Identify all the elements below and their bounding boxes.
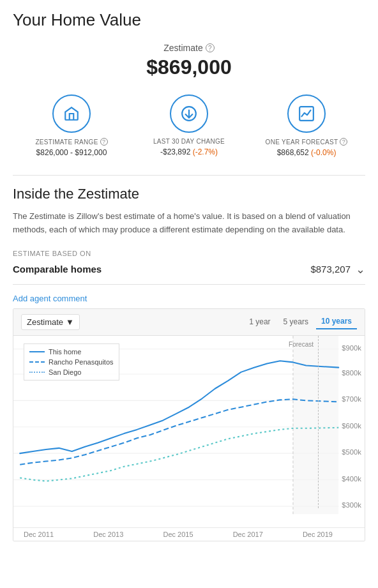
forecast-label: Forecast — [289, 341, 314, 348]
svg-rect-16 — [293, 336, 338, 514]
metric-one-year-forecast: ONE YEAR FORECAST ? $868,652 (-0.0%) — [248, 94, 365, 157]
chart-up-icon — [287, 94, 326, 133]
chart-container: Zestimate ▼ 1 year 5 years 10 years This… — [13, 308, 365, 541]
comparable-value: $873,207 — [310, 264, 351, 275]
metric-range-title: ZESTIMATE RANGE ? — [35, 138, 107, 146]
inside-title: Inside the Zestimate — [13, 186, 365, 202]
page-title: Your Home Value — [13, 10, 365, 30]
x-label-3: Dec 2017 — [233, 531, 263, 538]
chart-header: Zestimate ▼ 1 year 5 years 10 years — [13, 309, 365, 336]
time-btn-10years[interactable]: 10 years — [316, 314, 357, 329]
time-btn-5years[interactable]: 5 years — [278, 314, 314, 329]
legend-rancho: Rancho Penasquitos — [29, 358, 114, 366]
metric-30day-change: (-2.7%) — [193, 147, 218, 156]
metric-30day-value: -$23,892 (-2.7%) — [160, 147, 218, 156]
legend-line-solid — [29, 351, 45, 352]
chart-legend: This home Rancho Penasquitos San Diego — [24, 343, 119, 381]
dropdown-arrow-icon: ▼ — [66, 317, 74, 327]
legend-label-this-home: This home — [49, 348, 81, 356]
x-label-0: Dec 2011 — [24, 531, 54, 538]
metric-30day-change: LAST 30 DAY CHANGE -$23,892 (-2.7%) — [131, 94, 247, 156]
chart-area: This home Rancho Penasquitos San Diego F… — [13, 336, 365, 527]
metric-zestimate-range: ZESTIMATE RANGE ? $826,000 - $912,000 — [13, 94, 130, 157]
svg-text:$400k: $400k — [342, 474, 361, 482]
zestimate-info-icon[interactable]: ? — [206, 43, 215, 52]
down-arrow-icon — [170, 94, 208, 133]
inside-description: The Zestimate is Zillow's best estimate … — [13, 210, 365, 237]
comparable-value-group: $873,207 ⌄ — [310, 262, 365, 276]
svg-text:$300k: $300k — [342, 501, 361, 508]
metric-forecast-title: ONE YEAR FORECAST ? — [266, 138, 348, 146]
metric-30day-title: LAST 30 DAY CHANGE — [153, 138, 225, 145]
metric-range-value: $826,000 - $912,000 — [36, 148, 107, 157]
time-btn-1year[interactable]: 1 year — [244, 314, 275, 329]
metric-forecast-change: (-0.0%) — [311, 148, 336, 157]
forecast-line — [318, 336, 319, 508]
zestimate-section: Zestimate ? $869,000 — [13, 43, 365, 79]
forecast-info-icon[interactable]: ? — [340, 138, 347, 146]
svg-text:$800k: $800k — [342, 369, 361, 377]
svg-text:$600k: $600k — [342, 421, 361, 429]
estimate-based-label: ESTIMATE BASED ON — [13, 250, 365, 257]
metrics-row: ZESTIMATE RANGE ? $826,000 - $912,000 LA… — [13, 94, 365, 157]
add-agent-comment-link[interactable]: Add agent comment — [13, 294, 365, 303]
chevron-down-icon: ⌄ — [356, 262, 365, 276]
comparable-row[interactable]: Comparable homes $873,207 ⌄ — [13, 262, 365, 285]
dropdown-label: Zestimate — [27, 317, 63, 327]
legend-label-sandiego: San Diego — [49, 368, 81, 376]
time-filters: 1 year 5 years 10 years — [244, 314, 357, 329]
divider-1 — [13, 175, 365, 176]
home-icon — [52, 94, 91, 133]
x-label-2: Dec 2015 — [163, 531, 193, 538]
comparable-label: Comparable homes — [13, 264, 102, 275]
x-label-4: Dec 2019 — [303, 531, 333, 538]
svg-text:$900k: $900k — [342, 343, 361, 351]
legend-this-home: This home — [29, 348, 114, 356]
metric-forecast-value: $868,652 (-0.0%) — [277, 148, 336, 157]
legend-sandiego: San Diego — [29, 368, 114, 376]
legend-line-dashed — [29, 361, 45, 363]
x-axis-labels: Dec 2011 Dec 2013 Dec 2015 Dec 2017 Dec … — [13, 527, 365, 541]
x-label-1: Dec 2013 — [93, 531, 123, 538]
legend-label-rancho: Rancho Penasquitos — [49, 358, 114, 366]
svg-text:$700k: $700k — [342, 395, 361, 403]
svg-text:$500k: $500k — [342, 448, 361, 456]
zestimate-value: $869,000 — [13, 56, 365, 79]
range-info-icon[interactable]: ? — [100, 138, 108, 146]
zestimate-dropdown[interactable]: Zestimate ▼ — [21, 314, 80, 330]
legend-line-dotted — [29, 372, 45, 373]
zestimate-label: Zestimate ? — [13, 43, 365, 53]
